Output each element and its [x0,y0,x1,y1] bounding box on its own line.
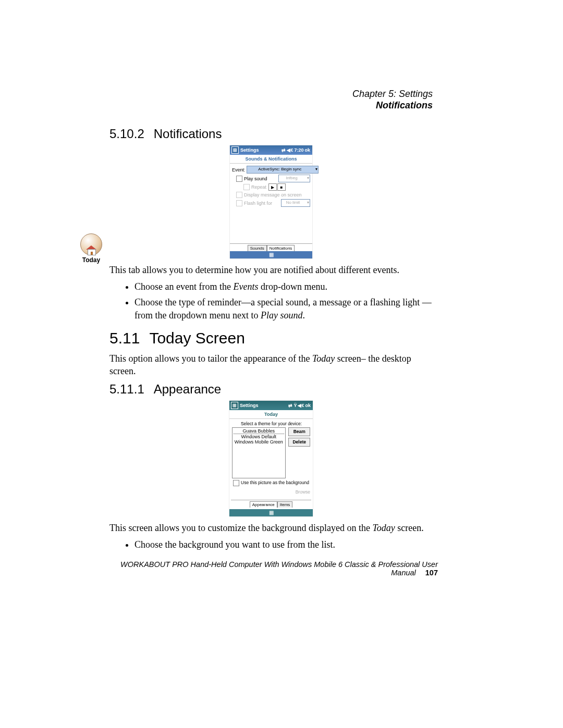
event-label: Event: [232,167,246,172]
today-margin-icon: Today [78,233,105,264]
notifications-screenshot: ⊞ Settings ⇄ ◀€ 7:20 ok Sounds & Notific… [230,145,312,258]
heading-5-11-1: 5.11.1Appearance [109,382,433,397]
tab-appearance: Appearance [250,501,277,508]
tab-sounds: Sounds [248,245,267,251]
page-number: 107 [425,569,438,577]
volume-icon: ◀€ [287,147,293,153]
signal-icon: ⇄ [288,403,292,408]
softkey-bar: ▦ [230,251,312,258]
heading-5-10-2: 5.10.2Notifications [109,127,433,141]
select-theme-label: Select a theme for your device: [231,421,311,426]
play-sound-checkbox [236,176,242,182]
theme-item: Windows Mobile Green [234,439,284,445]
start-flag-icon: ⊞ [231,402,238,409]
browse-button: Browse [296,489,310,495]
signal-icon: ⇄ [282,147,286,153]
window-title: Settings [240,147,259,153]
use-picture-label: Use this picture as the background [241,480,309,485]
today-subheader: Today [229,410,313,419]
theme-item: Windows Default [234,434,284,439]
ok-button: ok [305,403,311,408]
play-icon: ▶ [268,183,277,191]
page-header: Chapter 5: Settings Notifications [81,89,433,111]
volume-icon: ◀€ [298,403,304,408]
play-sound-label: Play sound [244,176,267,181]
repeat-checkbox [243,184,250,190]
heading-5-11: 5.11Today Screen [109,329,433,347]
flash-label: Flash light for [244,201,272,206]
display-msg-checkbox [236,192,242,198]
display-msg-label: Display message on screen [244,192,302,198]
sounds-subheader: Sounds & Notifications [230,155,312,164]
repeat-label: Repeat [251,184,266,190]
bullet-choose-background: Choose the background you want to use fr… [134,538,433,551]
beam-button: Beam [288,427,310,436]
start-flag-icon: ⊞ [231,146,239,154]
para-notifications-intro: This tab allows you to determine how you… [109,264,433,276]
use-picture-checkbox [233,480,239,486]
tab-notifications: Notifications [267,245,295,251]
softkey-bar: ▦ [229,509,313,516]
bullet-choose-event: Choose an event from the Events drop-dow… [134,280,433,293]
header-chapter: Chapter 5: Settings [81,89,433,100]
page-footer: WORKABOUT PRO Hand-Held Computer With Wi… [78,560,438,577]
stop-icon: ■ [277,183,286,191]
para-today-intro: This option allows you to tailor the app… [109,352,433,378]
theme-listbox: Guava Bubbles Windows Default Windows Mo… [232,427,286,478]
flash-checkbox [236,200,242,206]
appearance-screenshot: ⊞ Settings ⇄ Ϋ ◀€ ok Today Select a them… [229,401,313,516]
tab-items: Items [277,501,293,508]
sound-dropdown: Infbeg [278,175,310,182]
event-dropdown: ActiveSync: Begin sync [247,166,319,174]
para-appearance-intro: This screen allows you to customize the … [109,522,433,534]
flash-dropdown: No limit [281,199,310,207]
theme-item: Guava Bubbles [234,428,284,434]
delete-button: Delete [288,438,310,447]
bullet-choose-reminder: Choose the type of reminder—a special so… [134,296,433,322]
clock: 7:20 [294,147,303,153]
header-section: Notifications [81,100,433,112]
window-title: Settings [240,403,259,408]
wifi-icon: Ϋ [293,403,297,408]
ok-button: ok [304,147,310,153]
